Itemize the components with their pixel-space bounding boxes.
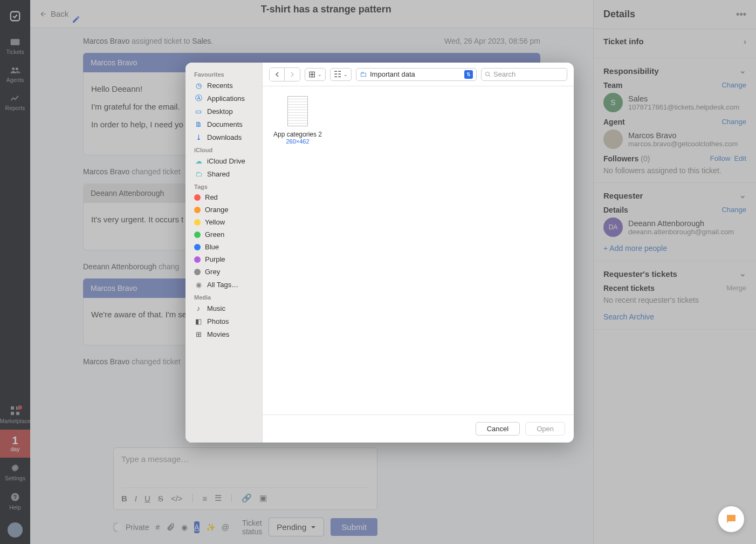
chat-fab[interactable] xyxy=(718,506,744,532)
tag-dot-icon xyxy=(194,219,201,226)
sidebar-desktop[interactable]: ▭Desktop xyxy=(185,105,262,118)
apps-icon: Ⓐ xyxy=(194,94,203,103)
view-mode-button[interactable]: ⊞⌄ xyxy=(305,68,326,81)
photos-icon: ◧ xyxy=(194,317,203,325)
tag-dot-icon xyxy=(194,244,201,250)
file-grid[interactable]: App categories 2 260×462 xyxy=(263,86,574,414)
sidebar-photos[interactable]: ◧Photos xyxy=(185,315,262,328)
all-tags-icon: ◉ xyxy=(194,280,203,289)
cancel-button[interactable]: Cancel xyxy=(476,422,520,436)
sidebar-tag-purple[interactable]: Purple xyxy=(185,253,262,266)
folder-icon: 🗀 xyxy=(194,169,203,178)
folder-icon: 🗀 xyxy=(360,70,367,78)
movies-icon: ⊞ xyxy=(194,330,203,338)
search-input[interactable]: Search xyxy=(481,68,567,81)
sidebar-tag-blue[interactable]: Blue xyxy=(185,241,262,253)
sidebar-downloads[interactable]: ⤓Downloads xyxy=(185,131,262,144)
sidebar-recents[interactable]: ◷Recents xyxy=(185,79,262,92)
sidebar-tag-yellow[interactable]: Yellow xyxy=(185,216,262,228)
music-icon: ♪ xyxy=(194,304,203,312)
file-toolbar: ⊞⌄ ☷⌄ 🗀 Important data ⇅ Search xyxy=(263,63,574,86)
group-mode-button[interactable]: ☷⌄ xyxy=(330,68,352,81)
sidebar-applications[interactable]: ⒶApplications xyxy=(185,92,262,105)
desktop-icon: ▭ xyxy=(194,107,203,115)
sidebar-music[interactable]: ♪Music xyxy=(185,302,262,315)
clock-icon: ◷ xyxy=(194,81,203,90)
sidebar-shared[interactable]: 🗀Shared xyxy=(185,167,262,180)
tag-dot-icon xyxy=(194,256,201,263)
file-thumbnail xyxy=(287,96,308,126)
sidebar-movies[interactable]: ⊞Movies xyxy=(185,328,262,341)
tag-dot-icon xyxy=(194,207,201,213)
sidebar-all-tags[interactable]: ◉All Tags… xyxy=(185,278,262,291)
sidebar-documents[interactable]: 🗎Documents xyxy=(185,118,262,131)
file-sidebar: Favourites ◷Recents ⒶApplications ▭Deskt… xyxy=(185,63,262,443)
nav-forward-button[interactable] xyxy=(285,68,300,81)
tag-dot-icon xyxy=(194,232,201,238)
svg-point-11 xyxy=(486,72,490,76)
sidebar-tag-red[interactable]: Red xyxy=(185,191,262,203)
search-icon xyxy=(485,71,491,78)
sidebar-tag-green[interactable]: Green xyxy=(185,228,262,241)
sidebar-tag-grey[interactable]: Grey xyxy=(185,266,262,278)
nav-back-button[interactable] xyxy=(270,68,285,81)
modal-overlay: Favourites ◷Recents ⒶApplications ▭Deskt… xyxy=(0,0,756,544)
document-icon: 🗎 xyxy=(194,120,203,128)
tag-dot-icon xyxy=(194,269,201,275)
path-dropdown[interactable]: 🗀 Important data ⇅ xyxy=(356,68,477,81)
cloud-icon: ☁ xyxy=(194,157,203,165)
path-stepper-icon: ⇅ xyxy=(464,70,473,79)
file-picker-dialog: Favourites ◷Recents ⒶApplications ▭Deskt… xyxy=(185,63,574,443)
open-button[interactable]: Open xyxy=(525,422,565,436)
download-icon: ⤓ xyxy=(194,133,203,141)
sidebar-icloud-drive[interactable]: ☁iCloud Drive xyxy=(185,154,262,167)
sidebar-tag-orange[interactable]: Orange xyxy=(185,203,262,216)
file-item[interactable]: App categories 2 260×462 xyxy=(272,96,323,145)
tag-dot-icon xyxy=(194,194,201,201)
